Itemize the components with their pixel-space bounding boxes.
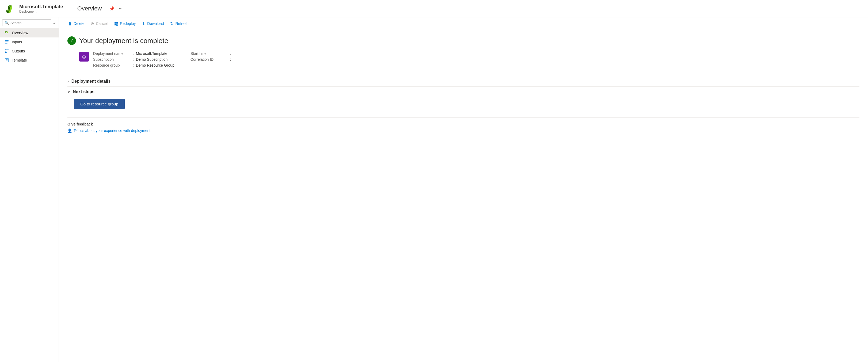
resource-group-value: Demo Resource Group: [136, 63, 175, 67]
sidebar: 🔍 « Overview: [0, 18, 59, 362]
logo-block: [5, 4, 15, 13]
more-options-button[interactable]: ···: [118, 5, 123, 12]
feedback-link[interactable]: 👤 Tell us about your experience with dep…: [67, 128, 860, 133]
cancel-label: Cancel: [96, 22, 107, 26]
header-title-block: Microsoft.Template Deployment: [19, 4, 63, 13]
next-steps-chevron: ∨: [67, 90, 70, 94]
deployment-info: Deployment name : Microsoft.Template Sub…: [79, 51, 860, 67]
outputs-icon: [4, 49, 9, 54]
pin-button[interactable]: 📌: [108, 5, 116, 12]
redeploy-label: Redeploy: [120, 22, 136, 26]
sidebar-search-row: 🔍 «: [0, 20, 59, 28]
sidebar-item-outputs[interactable]: Outputs: [0, 47, 59, 56]
status-success-icon: ✓: [67, 36, 76, 45]
svg-rect-10: [5, 40, 8, 41]
deployment-name-row: Deployment name : Microsoft.Template: [93, 51, 175, 56]
sidebar-search-box[interactable]: 🔍: [2, 20, 51, 26]
svg-point-16: [5, 50, 6, 50]
search-icon: 🔍: [4, 21, 9, 25]
svg-rect-27: [116, 24, 118, 25]
sidebar-item-inputs[interactable]: Inputs: [0, 37, 59, 47]
feedback-link-label: Tell us about your experience with deplo…: [73, 128, 150, 133]
header-divider: [70, 3, 70, 14]
start-time-label: Start time: [190, 51, 228, 56]
overview-icon: [4, 30, 9, 35]
correlation-id-label: Correlation ID: [190, 57, 228, 62]
svg-rect-25: [116, 22, 118, 24]
deployment-details-label: Deployment details: [71, 79, 111, 84]
header-page-title: Overview: [77, 5, 102, 12]
sidebar-item-template[interactable]: Template: [0, 56, 59, 65]
template-icon: [4, 58, 9, 63]
svg-rect-12: [5, 43, 7, 43]
download-icon: ⬇: [142, 21, 146, 26]
delete-icon: 🗑: [68, 22, 72, 26]
svg-point-18: [5, 52, 6, 53]
download-label: Download: [147, 22, 164, 26]
feedback-person-icon: 👤: [67, 128, 72, 133]
subscription-value: Demo Subscription: [136, 57, 167, 62]
go-to-resource-group-button[interactable]: Go to resource group: [74, 99, 125, 109]
svg-marker-8: [6, 31, 7, 32]
svg-marker-9: [7, 31, 8, 33]
sidebar-item-outputs-label: Outputs: [12, 49, 25, 53]
sidebar-nav: Overview Inputs: [0, 28, 59, 65]
next-steps-section[interactable]: ∨ Next steps: [67, 86, 860, 97]
deployment-name-value: Microsoft.Template: [136, 51, 167, 56]
page-content: ✓ Your deployment is complete: [59, 30, 868, 362]
delete-button[interactable]: 🗑 Delete: [65, 20, 87, 28]
deployment-status-title: Your deployment is complete: [79, 37, 168, 45]
feedback-section: Give feedback 👤 Tell us about your exper…: [67, 117, 860, 133]
deployment-status: ✓ Your deployment is complete: [67, 36, 860, 45]
deployment-name-label: Deployment name: [93, 51, 131, 56]
resource-group-label: Resource group: [93, 63, 131, 67]
header-app-subtitle: Deployment: [19, 10, 63, 13]
subscription-row: Subscription : Demo Subscription: [93, 57, 175, 62]
azure-logo-icon: [5, 4, 15, 13]
deployment-details-chevron: ›: [67, 79, 69, 84]
svg-rect-26: [115, 24, 116, 25]
deployment-details-section[interactable]: › Deployment details: [67, 76, 860, 86]
header-actions: 📌 ···: [108, 5, 123, 12]
main-layout: 🔍 « Overview: [0, 18, 868, 362]
resource-icon: [79, 52, 89, 62]
redeploy-button[interactable]: Redeploy: [111, 20, 138, 28]
svg-point-17: [5, 51, 6, 52]
sidebar-item-template-label: Template: [12, 58, 27, 62]
sidebar-item-overview[interactable]: Overview: [0, 28, 59, 37]
download-button[interactable]: ⬇ Download: [140, 20, 166, 28]
content-area: 🗑 Delete ⊘ Cancel: [59, 18, 868, 362]
correlation-id-row: Correlation ID :: [190, 57, 233, 62]
search-input[interactable]: [10, 21, 49, 25]
app-container: Microsoft.Template Deployment Overview 📌…: [0, 0, 868, 362]
start-time-row: Start time :: [190, 51, 233, 56]
subscription-label: Subscription: [93, 57, 131, 62]
header: Microsoft.Template Deployment Overview 📌…: [0, 0, 868, 18]
svg-marker-7: [5, 31, 6, 33]
cancel-icon: ⊘: [91, 21, 94, 26]
inputs-icon: [4, 39, 9, 44]
toolbar: 🗑 Delete ⊘ Cancel: [59, 18, 868, 30]
svg-rect-24: [115, 22, 116, 24]
svg-rect-11: [5, 42, 8, 42]
sidebar-item-overview-label: Overview: [12, 31, 28, 35]
next-steps-label: Next steps: [73, 89, 94, 94]
refresh-label: Refresh: [175, 22, 188, 26]
feedback-title: Give feedback: [67, 122, 860, 126]
refresh-button[interactable]: ↻ Refresh: [167, 20, 191, 28]
collapse-button[interactable]: «: [52, 20, 57, 26]
refresh-icon: ↻: [170, 21, 174, 26]
deployment-icon-block: Deployment name : Microsoft.Template Sub…: [79, 51, 175, 67]
resource-group-row: Resource group : Demo Resource Group: [93, 63, 175, 67]
redeploy-icon: [114, 21, 118, 26]
info-table: Deployment name : Microsoft.Template Sub…: [93, 51, 175, 67]
cancel-button[interactable]: ⊘ Cancel: [88, 20, 110, 28]
sidebar-item-inputs-label: Inputs: [12, 40, 22, 44]
header-app-name: Microsoft.Template: [19, 4, 63, 10]
delete-label: Delete: [73, 22, 84, 26]
info-table-right: Start time : Correlation ID :: [190, 51, 233, 67]
